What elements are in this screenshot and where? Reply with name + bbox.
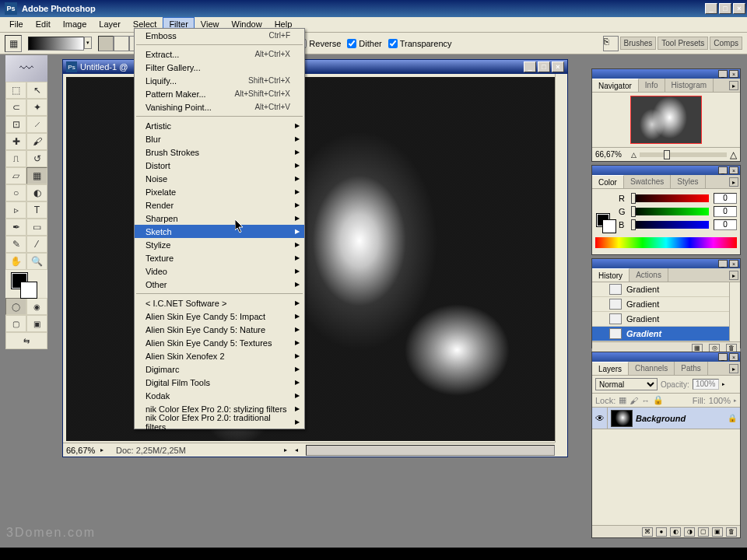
tab-info[interactable]: Info [639,79,665,92]
tool-pen[interactable]: ✒ [5,219,26,236]
doc-maximize-button[interactable]: □ [538,61,550,72]
current-tool-icon[interactable]: ▦ [5,35,22,52]
tab-swatches[interactable]: Swatches [624,175,671,188]
history-titlebar[interactable]: _ × [592,259,740,268]
menu-item-other[interactable]: Other▶ [135,278,304,291]
history-scrollbar[interactable] [729,282,740,341]
tab-navigator[interactable]: Navigator [592,79,639,92]
menu-item-pattern-maker-[interactable]: Pattern Maker...Alt+Shift+Ctrl+X [135,87,304,100]
menu-item--i-c-net-software-[interactable]: < I.C.NET Software >▶ [135,296,304,310]
doc-scroll-left[interactable]: ◂ [295,446,306,453]
tool-zoom[interactable]: 🔍 [26,253,47,270]
gradient-radial-button[interactable] [114,36,129,51]
value-g[interactable]: 0 [714,206,737,217]
mode-quickmask[interactable]: ◉ [26,298,47,315]
tool-eyedropper[interactable]: ⁄ [26,236,47,253]
tool-shape[interactable]: ▭ [26,219,47,236]
palette-well-icon[interactable]: ⎘ [603,36,619,51]
menu-item-alien-skin-xenofex-2[interactable]: Alien Skin Xenofex 2▶ [135,349,304,362]
lock-position-icon[interactable]: ↔ [641,396,650,405]
menu-item-filter-gallery-[interactable]: Filter Gallery... [135,61,304,74]
doc-hscrollbar[interactable] [306,445,555,456]
menu-item-distort[interactable]: Distort▶ [135,159,304,172]
screen-standard[interactable]: ▢ [5,315,26,332]
menu-file[interactable]: File [3,17,30,32]
menu-item-alien-skin-eye-candy-5-nature[interactable]: Alien Skin Eye Candy 5: Nature▶ [135,323,304,336]
slider-b[interactable] [631,221,709,229]
color-close[interactable]: × [729,166,738,174]
menu-item-blur[interactable]: Blur▶ [135,132,304,145]
menu-item-nik-color-efex-pro-2-0-traditional-filters[interactable]: nik Color Efex Pro 2.0: traditional filt… [135,415,304,429]
menu-layer[interactable]: Layer [93,17,127,32]
layer-thumbnail[interactable] [611,410,633,427]
layer-mask-icon[interactable]: ◐ [670,527,681,537]
color-minimize[interactable]: _ [718,166,728,174]
history-item[interactable]: Gradient [592,297,740,312]
menu-edit[interactable]: Edit [30,17,57,32]
tool-healing[interactable]: ✚ [5,133,26,150]
menu-item-noise[interactable]: Noise▶ [135,172,304,185]
menu-item-emboss[interactable]: EmbossCtrl+F [135,29,304,42]
layer-group-icon[interactable]: ▢ [698,527,709,537]
layer-row[interactable]: 👁 Background 🔒 [592,408,740,429]
tool-slice[interactable]: ⟋ [26,116,47,133]
tab-styles[interactable]: Styles [671,175,705,188]
tab-color[interactable]: Color [592,175,624,188]
menu-item-alien-skin-eye-candy-5-textures[interactable]: Alien Skin Eye Candy 5: Textures▶ [135,336,304,349]
menu-item-stylize[interactable]: Stylize▶ [135,238,304,251]
tab-paths[interactable]: Paths [675,362,708,375]
history-close[interactable]: × [729,260,738,268]
tool-gradient[interactable]: ▦ [26,167,47,184]
menu-item-alien-skin-eye-candy-5-impact[interactable]: Alien Skin Eye Candy 5: Impact▶ [135,310,304,323]
history-item[interactable]: Gradient [592,312,740,327]
layer-new-icon[interactable]: ▣ [712,527,723,537]
tab-layers[interactable]: Layers [592,362,629,375]
lock-transparent-icon[interactable]: ▦ [619,395,626,405]
tool-wand[interactable]: ✦ [26,99,47,116]
menu-item-vanishing-point-[interactable]: Vanishing Point...Alt+Ctrl+V [135,100,304,114]
layer-name[interactable]: Background [636,414,728,423]
tool-crop[interactable]: ⊡ [5,116,26,133]
dock-tab-comps[interactable]: Comps [710,37,742,50]
history-options[interactable]: ▸ [729,271,738,280]
slider-r[interactable] [631,194,709,202]
tool-hand[interactable]: ✋ [5,253,26,270]
maximize-button[interactable]: □ [719,3,731,14]
gradient-preset-dropdown[interactable]: ▾ [84,37,92,49]
layer-visibility-icon[interactable]: 👁 [592,408,608,429]
tab-actions[interactable]: Actions [630,268,668,282]
tool-type[interactable]: T [26,201,47,219]
history-minimize[interactable]: _ [718,260,728,268]
navigator-close[interactable]: × [729,70,738,78]
layer-link-icon[interactable]: ⌘ [642,527,653,537]
menu-item-video[interactable]: Video▶ [135,264,304,278]
toolbox-swatches[interactable] [5,270,47,298]
blend-mode-select[interactable]: Normal [595,378,658,390]
doc-zoom[interactable]: 66,67% [63,446,100,455]
doc-zoom-dropdown[interactable]: ▸ [100,446,110,453]
tool-path[interactable]: ▹ [5,201,26,219]
mode-standard[interactable]: ◯ [5,298,26,315]
jump-imageready[interactable]: ⇆ [5,332,47,349]
minimize-button[interactable]: _ [705,3,717,14]
tool-move[interactable]: ↖ [26,82,47,99]
navigator-minimize[interactable]: _ [718,70,728,78]
layers-minimize[interactable]: _ [718,353,728,361]
navigator-zoom[interactable]: 66,67% [595,150,628,159]
dock-tab-brushes[interactable]: Brushes [620,37,657,50]
tool-lasso[interactable]: ⊂ [5,99,26,116]
doc-info-dropdown[interactable]: ▸ [284,446,295,453]
menu-item-pixelate[interactable]: Pixelate▶ [135,185,304,198]
history-item[interactable]: Gradient [592,282,740,297]
layers-titlebar[interactable]: _ × [592,352,740,362]
background-swatch[interactable] [21,282,37,298]
lock-all-icon[interactable]: 🔒 [653,395,664,405]
menu-item-render[interactable]: Render▶ [135,198,304,212]
menu-item-kodak[interactable]: Kodak▶ [135,389,304,402]
navigator-options[interactable]: ▸ [729,81,738,90]
layers-close[interactable]: × [729,353,738,361]
menu-item-extract-[interactable]: Extract...Alt+Ctrl+X [135,47,304,61]
tab-channels[interactable]: Channels [629,362,675,375]
menu-item-digimarc[interactable]: Digimarc▶ [135,362,304,376]
history-item[interactable]: Gradient [592,327,740,341]
